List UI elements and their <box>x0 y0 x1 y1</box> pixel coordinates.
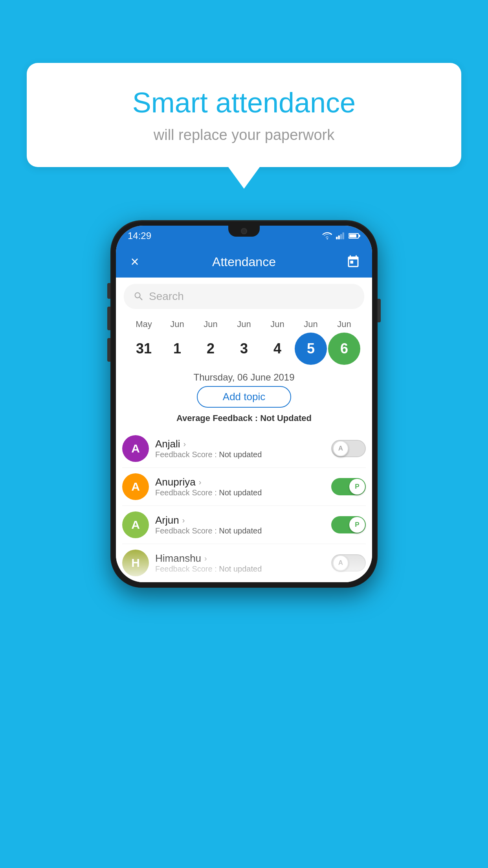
feedback-value: Not updated <box>217 565 262 573</box>
status-time: 14:29 <box>128 230 151 241</box>
student-name: Arjun › <box>155 514 325 526</box>
date-cell[interactable]: 31 <box>128 333 160 365</box>
date-cell[interactable]: 3 <box>228 333 260 365</box>
phone-container: 14:29 × Attendance <box>110 220 378 588</box>
toggle-thumb: P <box>349 479 365 495</box>
feedback-score: Feedback Score : Not updated <box>155 488 325 497</box>
add-topic-button[interactable]: Add topic <box>197 386 291 408</box>
student-item[interactable]: AArjun ›Feedback Score : Not updatedP <box>122 506 366 544</box>
app-title: Attendance <box>212 255 276 269</box>
search-placeholder: Search <box>149 290 184 303</box>
svg-rect-3 <box>343 232 344 239</box>
avg-feedback-label: Average Feedback : <box>176 413 260 423</box>
attendance-toggle[interactable]: A <box>331 554 366 572</box>
attendance-toggle[interactable]: A <box>331 440 366 457</box>
student-item[interactable]: HHimanshu ›Feedback Score : Not updatedA <box>122 544 366 582</box>
student-list: AAnjali ›Feedback Score : Not updatedAAA… <box>116 430 372 582</box>
signal-icon <box>336 232 345 240</box>
student-name: Himanshu › <box>155 552 325 565</box>
month-label: Jun <box>194 319 227 329</box>
toggle-track: A <box>331 440 366 457</box>
feedback-score: Feedback Score : Not updated <box>155 526 325 535</box>
avg-feedback: Average Feedback : Not Updated <box>116 413 372 423</box>
bubble-subtitle: will replace your paperwork <box>58 127 430 143</box>
month-row: MayJunJunJunJunJunJun <box>124 319 364 329</box>
toggle-track: P <box>331 478 366 495</box>
calendar-strip: MayJunJunJunJunJunJun 31123456 <box>116 315 372 368</box>
close-button[interactable]: × <box>125 252 144 271</box>
notch <box>228 226 260 237</box>
date-cell[interactable]: 2 <box>194 333 227 365</box>
date-cell[interactable]: 1 <box>161 333 193 365</box>
feedback-value: Not updated <box>217 450 262 459</box>
speech-bubble-container: Smart attendance will replace your paper… <box>27 63 461 189</box>
month-label: Jun <box>295 319 327 329</box>
avatar: A <box>122 435 149 462</box>
attendance-toggle[interactable]: P <box>331 478 366 495</box>
avatar: A <box>122 511 149 538</box>
month-label: Jun <box>228 319 260 329</box>
svg-rect-2 <box>340 234 342 239</box>
wifi-icon <box>322 232 332 240</box>
toggle-thumb: A <box>333 555 349 571</box>
svg-rect-5 <box>349 234 356 237</box>
volume-down-button <box>107 338 110 362</box>
phone-screen: 14:29 × Attendance <box>116 226 372 582</box>
speech-bubble: Smart attendance will replace your paper… <box>27 63 461 167</box>
status-bar: 14:29 <box>116 226 372 246</box>
toggle-track: P <box>331 516 366 533</box>
date-cell[interactable]: 4 <box>261 333 294 365</box>
month-label: Jun <box>328 319 360 329</box>
phone-outer: 14:29 × Attendance <box>110 220 378 588</box>
calendar-icon <box>346 255 360 269</box>
toggle-thumb: A <box>333 441 349 456</box>
student-name: Anjali › <box>155 438 325 450</box>
date-cell[interactable]: 5 <box>295 333 327 365</box>
student-info: Himanshu ›Feedback Score : Not updated <box>155 552 325 574</box>
avatar: A <box>122 473 149 500</box>
feedback-value: Not updated <box>217 526 262 535</box>
toggle-thumb: P <box>349 517 365 533</box>
status-icons <box>322 232 360 240</box>
feedback-score: Feedback Score : Not updated <box>155 565 325 574</box>
camera <box>241 228 247 234</box>
student-info: Arjun ›Feedback Score : Not updated <box>155 514 325 535</box>
chevron-icon: › <box>183 440 186 449</box>
chevron-icon: › <box>204 554 207 563</box>
student-info: Anjali ›Feedback Score : Not updated <box>155 438 325 459</box>
student-item[interactable]: AAnupriya ›Feedback Score : Not updatedP <box>122 468 366 506</box>
volume-up-button <box>107 307 110 330</box>
battery-icon <box>349 232 360 239</box>
calendar-button[interactable] <box>344 252 363 271</box>
selected-date-label: Thursday, 06 June 2019 <box>116 368 372 386</box>
svg-rect-0 <box>336 237 338 239</box>
chevron-icon: › <box>182 516 185 525</box>
speech-bubble-tail <box>228 167 260 189</box>
bubble-title: Smart attendance <box>58 86 430 119</box>
silent-button <box>107 283 110 299</box>
power-button <box>378 299 381 322</box>
student-info: Anupriya ›Feedback Score : Not updated <box>155 476 325 497</box>
month-label: Jun <box>261 319 294 329</box>
attendance-toggle[interactable]: P <box>331 516 366 533</box>
feedback-value: Not updated <box>217 488 262 497</box>
toggle-track: A <box>331 554 366 572</box>
student-item[interactable]: AAnjali ›Feedback Score : Not updatedA <box>122 430 366 468</box>
month-label: May <box>128 319 160 329</box>
avg-feedback-value: Not Updated <box>260 413 312 423</box>
chevron-icon: › <box>199 478 202 487</box>
search-icon <box>133 291 144 302</box>
date-cell[interactable]: 6 <box>328 333 360 365</box>
date-row: 31123456 <box>124 329 364 368</box>
app-bar: × Attendance <box>116 246 372 278</box>
student-name: Anupriya › <box>155 476 325 488</box>
svg-rect-1 <box>338 235 340 239</box>
month-label: Jun <box>161 319 193 329</box>
feedback-score: Feedback Score : Not updated <box>155 450 325 459</box>
search-bar[interactable]: Search <box>124 284 364 309</box>
app-content: Search MayJunJunJunJunJunJun 31123456 Th… <box>116 278 372 582</box>
avatar: H <box>122 550 149 576</box>
